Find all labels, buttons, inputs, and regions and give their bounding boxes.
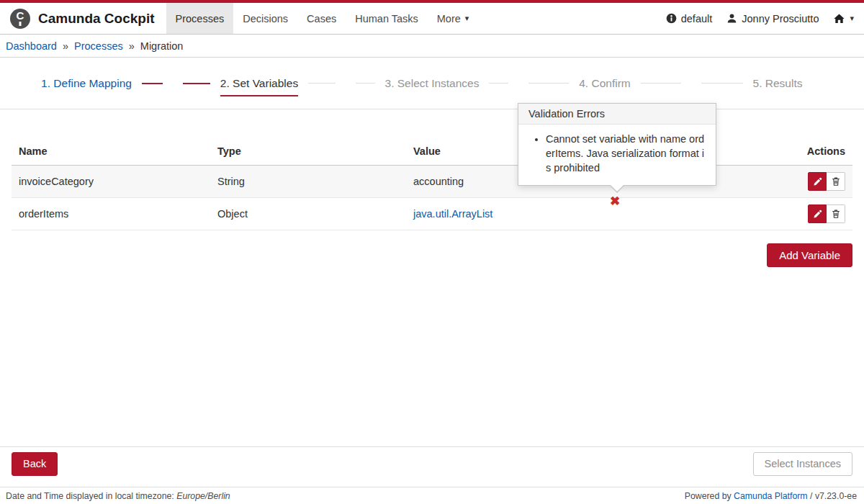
wizard-step-confirm: 4. Confirm <box>518 76 691 90</box>
validation-error-message: Cannot set variable with name orderItems… <box>546 132 706 175</box>
engine-info-icon <box>666 13 677 24</box>
nav-item-human-tasks[interactable]: Human Tasks <box>346 3 428 34</box>
chevron-down-icon: ▾ <box>465 14 469 22</box>
wizard-connector <box>528 83 569 84</box>
navbar-right: default Jonny Prosciutto ▾ <box>666 3 864 34</box>
validation-errors-popover: Validation Errors Cannot set variable wi… <box>518 103 716 186</box>
wizard-connector <box>356 83 375 84</box>
wizard-connector <box>308 83 336 84</box>
wizard-step-select-instances: 3. Select Instances <box>346 76 518 90</box>
add-variable-button[interactable]: Add Variable <box>767 243 852 267</box>
column-header-name: Name <box>12 138 210 166</box>
variable-value-link[interactable]: java.util.ArrayList <box>413 208 492 220</box>
wizard-step-label[interactable]: 1. Define Mapping <box>41 76 132 90</box>
migration-wizard-steps: 1. Define Mapping 2. Set Variables 3. Se… <box>0 58 864 109</box>
brand-home-link[interactable]: C Camunda Cockpit <box>10 3 166 34</box>
breadcrumb-separator: » <box>63 40 68 52</box>
wizard-connector <box>641 83 681 84</box>
nav-item-processes[interactable]: Processes <box>166 3 234 34</box>
column-header-actions: Actions <box>752 138 852 166</box>
engine-label: default <box>681 13 713 24</box>
wizard-action-bar: Back Select Instances <box>0 446 864 487</box>
select-instances-button[interactable]: Select Instances <box>753 452 852 476</box>
set-variables-content: Name Type Value Actions invoiceCategory … <box>0 138 864 267</box>
breadcrumb-dashboard[interactable]: Dashboard <box>6 40 57 52</box>
validation-error-icon[interactable]: ✖ <box>610 195 620 207</box>
variables-table: Name Type Value Actions invoiceCategory … <box>12 138 852 230</box>
powered-by: Powered by Camunda Platform / v7.23.0-ee <box>685 491 857 501</box>
home-icon <box>833 13 845 24</box>
wizard-step-label: 5. Results <box>753 76 803 90</box>
status-bar: Date and Time displayed in local timezon… <box>0 487 864 504</box>
main-nav: Processes Decisions Cases Human Tasks Mo… <box>166 3 479 34</box>
wizard-step-label[interactable]: 2. Set Variables <box>220 76 298 90</box>
breadcrumb-migration: Migration <box>140 40 184 52</box>
pencil-icon <box>813 210 822 219</box>
timezone-value: Europe/Berlin <box>176 491 230 501</box>
camunda-cockpit-page: C Camunda Cockpit Processes Decisions Ca… <box>0 0 864 504</box>
navbar: C Camunda Cockpit Processes Decisions Ca… <box>0 3 864 35</box>
back-button[interactable]: Back <box>12 452 58 476</box>
delete-variable-button[interactable] <box>827 172 845 191</box>
wizard-step-results: 5. Results <box>691 76 864 90</box>
popover-title: Validation Errors <box>518 104 716 125</box>
edit-variable-button[interactable] <box>808 172 827 191</box>
nav-item-cases[interactable]: Cases <box>297 3 346 34</box>
engine-select[interactable]: default <box>666 13 713 24</box>
variable-name-cell: invoiceCategory <box>12 166 210 198</box>
app-title: Camunda Cockpit <box>38 11 155 27</box>
wizard-connector <box>142 83 163 84</box>
variable-type-cell: Object <box>210 198 406 230</box>
wizard-step-label: 3. Select Instances <box>385 76 480 90</box>
chevron-down-icon: ▾ <box>850 14 854 22</box>
table-row: orderItems Object java.util.ArrayList <box>12 198 852 230</box>
trash-icon <box>831 176 841 186</box>
user-name: Jonny Prosciutto <box>742 13 819 24</box>
user-menu[interactable]: Jonny Prosciutto <box>726 13 819 24</box>
variable-type-cell: String <box>210 166 406 198</box>
variable-value-cell: java.util.ArrayList <box>406 198 752 230</box>
wizard-step-set-variables: 2. Set Variables <box>173 76 346 90</box>
table-row: invoiceCategory String accounting <box>12 166 852 198</box>
wizard-step-define-mapping: 1. Define Mapping <box>0 76 173 90</box>
nav-item-decisions[interactable]: Decisions <box>233 3 297 34</box>
breadcrumb-processes[interactable]: Processes <box>74 40 123 52</box>
nav-item-more[interactable]: More ▾ <box>428 3 479 34</box>
pencil-icon <box>813 177 822 186</box>
user-icon <box>726 13 737 24</box>
table-header-row: Name Type Value Actions <box>12 138 852 166</box>
camunda-logo-icon: C <box>10 9 30 29</box>
breadcrumb: Dashboard » Processes » Migration <box>0 35 864 58</box>
breadcrumb-separator: » <box>129 40 135 52</box>
version-label: / v7.23.0-ee <box>810 491 857 501</box>
apps-menu[interactable]: ▾ <box>833 13 854 24</box>
column-header-type: Type <box>210 138 406 166</box>
variable-name-cell: orderItems <box>12 198 210 230</box>
edit-variable-button[interactable] <box>808 204 827 223</box>
wizard-connector <box>183 83 210 84</box>
wizard-connector <box>701 83 743 84</box>
camunda-platform-link[interactable]: Camunda Platform <box>734 491 808 501</box>
timezone-info: Date and Time displayed in local timezon… <box>6 491 230 501</box>
delete-variable-button[interactable] <box>827 204 845 223</box>
wizard-connector <box>489 83 508 84</box>
wizard-step-label: 4. Confirm <box>579 76 631 90</box>
trash-icon <box>831 209 841 219</box>
